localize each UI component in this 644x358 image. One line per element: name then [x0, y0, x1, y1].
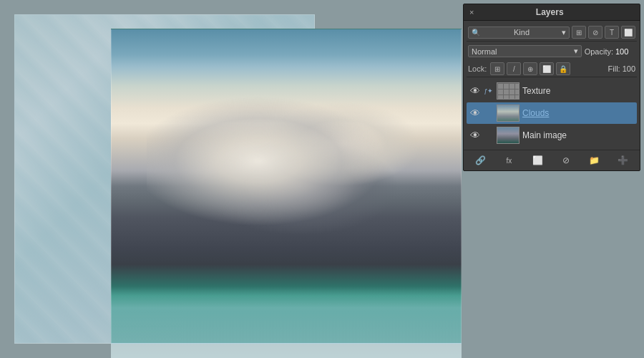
blend-mode-chevron: [574, 47, 578, 56]
lock-pixel-btn[interactable]: ⊞: [490, 62, 504, 75]
kind-filter-dropdown[interactable]: 🔍 Kind: [468, 26, 570, 39]
filter-row: 🔍 Kind ⊞ ⊘ T ⬜: [467, 24, 637, 42]
layer-item-texture[interactable]: 👁 ƒ✦ Texture: [467, 80, 637, 102]
add-mask-button[interactable]: ⬜: [530, 153, 545, 168]
search-icon: 🔍: [472, 29, 480, 37]
fill-control: Fill: 100: [608, 64, 635, 73]
blend-opacity-row: Normal Opacity: 100: [467, 44, 637, 59]
fx-spacer-main: [484, 130, 494, 140]
layer-thumbnail-main: [497, 127, 519, 144]
opacity-value[interactable]: 100: [615, 47, 635, 56]
filter-adjustment-icon[interactable]: ⊘: [588, 26, 602, 39]
kind-filter-label: Kind: [514, 28, 530, 37]
layer-name-texture: Texture: [522, 86, 634, 96]
visibility-toggle-texture[interactable]: 👁: [469, 85, 481, 97]
new-layer-button[interactable]: ➕: [615, 153, 630, 168]
filter-type-icon[interactable]: T: [605, 26, 619, 39]
lock-all-btn[interactable]: 🔒: [556, 62, 570, 75]
fill-label: Fill:: [608, 64, 620, 73]
blend-mode-dropdown[interactable]: Normal: [468, 45, 582, 57]
fx-spacer-clouds: [484, 108, 494, 118]
visibility-toggle-main[interactable]: 👁: [469, 130, 481, 141]
canvas-layer-water-bottom: [111, 286, 462, 358]
lock-artboard-btn[interactable]: ⬜: [540, 62, 554, 75]
fx-indicator-texture: ƒ✦: [484, 86, 494, 96]
layer-item-clouds[interactable]: 👁 Clouds: [467, 102, 637, 124]
opacity-control: Opacity: 100: [585, 47, 635, 56]
new-group-button[interactable]: 📁: [586, 153, 602, 168]
panel-footer: 🔗 fx ⬜ ⊘ 📁 ➕: [464, 150, 640, 170]
blend-mode-value: Normal: [472, 47, 497, 56]
new-adjustment-button[interactable]: ⊘: [558, 153, 574, 168]
lock-row: Lock: ⊞ / ⊕ ⬜ 🔒 Fill: 100: [467, 61, 637, 77]
panel-body: 🔍 Kind ⊞ ⊘ T ⬜ Nor: [464, 21, 640, 150]
visibility-toggle-clouds[interactable]: 👁: [469, 107, 481, 119]
layer-name-clouds: Clouds: [522, 108, 634, 118]
lock-label: Lock:: [468, 64, 487, 73]
layer-thumbnail-clouds: [497, 105, 519, 122]
add-layer-style-button[interactable]: fx: [501, 153, 517, 168]
layer-name-main: Main image: [522, 130, 634, 140]
layers-panel: × Layers 🔍 Kind ⊞ ⊘ T ⬜: [463, 4, 640, 171]
fill-value[interactable]: 100: [623, 64, 635, 73]
panel-titlebar: × Layers: [464, 4, 640, 21]
lock-move-btn[interactable]: ⊕: [523, 62, 537, 75]
panel-close-button[interactable]: ×: [469, 8, 474, 16]
lock-draw-btn[interactable]: /: [507, 62, 521, 75]
panel-title: Layers: [536, 7, 564, 17]
filter-shape-icon[interactable]: ⬜: [621, 26, 635, 39]
opacity-label: Opacity:: [585, 47, 613, 56]
filter-icon-group: ⊞ ⊘ T ⬜: [572, 26, 635, 39]
kind-filter-chevron: [562, 28, 566, 37]
link-layers-button[interactable]: 🔗: [473, 153, 489, 168]
layer-thumbnail-texture: [497, 82, 519, 100]
layer-item-main[interactable]: 👁 Main image: [467, 125, 637, 146]
filter-pixel-icon[interactable]: ⊞: [572, 26, 586, 39]
